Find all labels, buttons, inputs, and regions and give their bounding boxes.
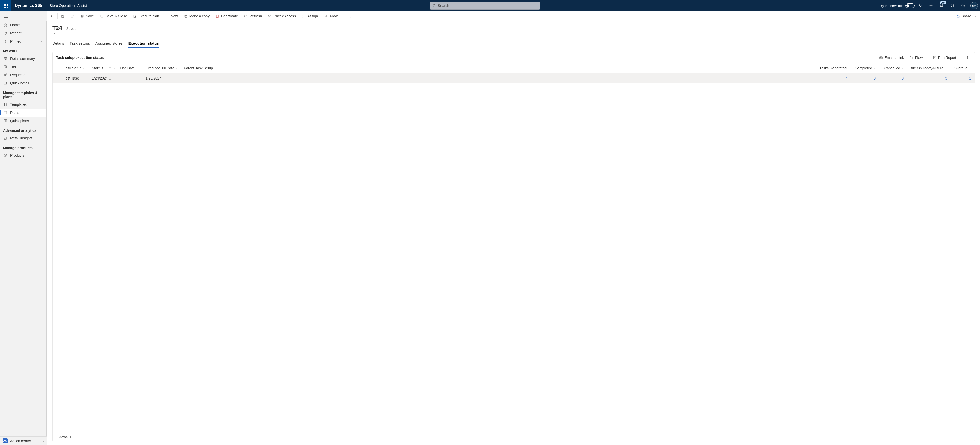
col-start-date[interactable]: Start D… — [90, 66, 118, 70]
sidebar-item-label: Retail insights — [10, 136, 32, 140]
notification-badge: 99+ — [940, 1, 946, 4]
help-button[interactable] — [958, 0, 968, 11]
svg-point-39 — [350, 17, 351, 17]
back-icon — [50, 14, 54, 18]
open-record-button[interactable] — [58, 11, 67, 21]
grid-title: Task setup execution status — [56, 55, 103, 60]
cell-completed-link[interactable]: 0 — [873, 76, 876, 80]
flow-icon — [324, 14, 328, 18]
table-row[interactable]: Test Task 1/24/2024 … 1/29/2024 4 0 0 3 … — [52, 73, 975, 83]
save-button[interactable]: Save — [77, 11, 97, 21]
popout-button[interactable] — [67, 11, 77, 21]
cell-generated-link[interactable]: 4 — [845, 76, 848, 80]
sidebar-item-templates[interactable]: Templates — [0, 100, 46, 109]
sidebar-item-label: Quick notes — [10, 81, 29, 85]
overflow-button[interactable] — [347, 11, 354, 21]
sidebar-item-label: Quick plans — [10, 119, 29, 123]
sidebar-item-plans[interactable]: Plans — [0, 109, 46, 117]
col-executed-till[interactable]: Executed Till Date — [143, 66, 182, 70]
tab-execution-status[interactable]: Execution status — [128, 40, 159, 48]
requests-icon — [3, 73, 7, 77]
global-search-input[interactable]: Search — [430, 2, 540, 10]
notification-button[interactable]: 99+ — [937, 0, 947, 11]
run-report-button[interactable]: Run Report — [931, 55, 963, 61]
refresh-icon — [244, 14, 248, 18]
col-task-setup[interactable]: Task Setup — [62, 66, 90, 70]
sidebar-item-label: Plans — [10, 111, 19, 115]
flow-button[interactable]: Flow — [321, 11, 347, 21]
sidebar-item-requests[interactable]: Requests — [0, 71, 46, 79]
settings-button[interactable] — [947, 0, 958, 11]
svg-point-36 — [303, 15, 304, 16]
assign-button[interactable]: Assign — [299, 11, 321, 21]
table-header-row: Task Setup Start D… End Date Executed Ti… — [52, 63, 975, 73]
svg-marker-28 — [135, 16, 136, 17]
refresh-button[interactable]: Refresh — [241, 11, 265, 21]
col-parent[interactable]: Parent Task Setup — [182, 66, 228, 70]
cell-due-link[interactable]: 3 — [945, 76, 947, 80]
report-icon — [933, 56, 936, 59]
deactivate-button[interactable]: Deactivate — [213, 11, 241, 21]
save-close-button[interactable]: Save & Close — [97, 11, 130, 21]
grid-icon — [3, 111, 7, 114]
chevron-down-icon — [340, 14, 344, 17]
refresh-label: Refresh — [249, 14, 262, 18]
note-icon — [3, 81, 7, 85]
col-completed[interactable]: Completed — [850, 66, 878, 70]
new-button[interactable]: New — [162, 11, 181, 21]
sidebar-item-label: Templates — [10, 103, 27, 106]
lightbulb-button[interactable] — [915, 0, 925, 11]
sidebar-item-products[interactable]: Products — [0, 151, 46, 160]
try-new-look-toggle[interactable] — [905, 3, 915, 8]
tab-details[interactable]: Details — [52, 40, 64, 48]
sidebar-item-quick-notes[interactable]: Quick notes — [0, 79, 46, 87]
sidebar-item-retail-insights[interactable]: Retail insights — [0, 134, 46, 142]
check-access-button[interactable]: Check Access — [265, 11, 299, 21]
add-button[interactable] — [926, 0, 936, 11]
section-my-work: My work — [0, 45, 46, 55]
sidebar-item-recent[interactable]: Recent — [0, 29, 46, 37]
col-cancelled[interactable]: Cancelled — [878, 66, 906, 70]
popout-icon — [70, 14, 74, 18]
tab-task-setups[interactable]: Task setups — [70, 40, 90, 48]
sidebar-item-home[interactable]: Home — [0, 21, 46, 29]
deactivate-label: Deactivate — [221, 14, 238, 18]
col-end-date[interactable]: End Date — [118, 66, 143, 70]
copy-label: Make a copy — [189, 14, 210, 18]
plus-icon — [929, 3, 933, 8]
user-avatar[interactable]: SM — [970, 2, 978, 10]
question-icon — [961, 3, 965, 8]
chevron-down-icon — [175, 67, 178, 69]
tab-assigned-stores[interactable]: Assigned stores — [95, 40, 123, 48]
back-button[interactable] — [47, 11, 57, 21]
area-switch-button[interactable]: AC Action center — [0, 436, 47, 445]
col-overdue[interactable]: Overdue — [949, 66, 975, 70]
col-generated[interactable]: Tasks Generated — [819, 66, 850, 70]
sidebar-collapse-button[interactable] — [0, 11, 47, 21]
sidebar-item-tasks[interactable]: Tasks — [0, 63, 46, 71]
svg-point-48 — [967, 57, 968, 58]
col-due[interactable]: Due On Today/Future — [906, 66, 949, 70]
sidebar-item-label: Requests — [10, 73, 25, 77]
sidebar-item-quick-plans[interactable]: Quick plans — [0, 117, 46, 125]
sidebar-item-label: Home — [10, 23, 20, 27]
store-icon — [3, 136, 7, 140]
try-new-look-label: Try the new look — [879, 4, 904, 8]
cell-overdue-link[interactable]: 1 — [969, 76, 971, 80]
email-link-button[interactable]: Email a Link — [877, 55, 906, 61]
share-button[interactable]: Share — [953, 11, 980, 21]
sidebar-item-label: Pinned — [10, 39, 21, 43]
sort-up-icon — [109, 67, 111, 70]
clock-icon — [3, 31, 7, 35]
grid-overflow-button[interactable] — [964, 55, 971, 61]
svg-line-35 — [270, 16, 271, 17]
flow-label: Flow — [915, 55, 923, 60]
grid-flow-button[interactable]: Flow — [907, 55, 929, 61]
app-launcher-button[interactable] — [0, 0, 11, 11]
sidebar-item-pinned[interactable]: Pinned — [0, 37, 46, 45]
page-icon — [3, 103, 7, 106]
sidebar-item-retail-summary[interactable]: Retail summary — [0, 55, 46, 63]
copy-button[interactable]: Make a copy — [181, 11, 213, 21]
cell-cancelled-link[interactable]: 0 — [902, 76, 904, 80]
execute-plan-button[interactable]: Execute plan — [130, 11, 162, 21]
